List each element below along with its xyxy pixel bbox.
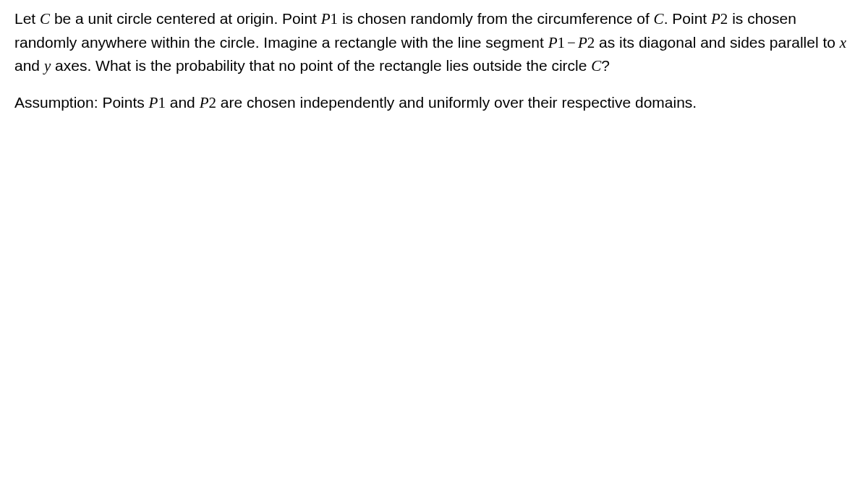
- variable-y: y: [44, 57, 51, 74]
- number-1: 1: [558, 34, 566, 51]
- variable-p: P: [578, 34, 587, 51]
- variable-c: C: [591, 57, 601, 74]
- variable-c: C: [654, 10, 664, 27]
- variable-x: x: [840, 34, 846, 51]
- text-run: Assumption: Points: [14, 94, 149, 111]
- text-run: Let: [14, 10, 40, 27]
- text-run: and: [14, 57, 44, 74]
- assumption-paragraph: Assumption: Points P1 and P2 are chosen …: [14, 91, 854, 115]
- text-run: ?: [601, 57, 610, 74]
- variable-p: P: [711, 10, 720, 27]
- number-1: 1: [331, 10, 339, 27]
- variable-p: P: [321, 10, 331, 27]
- variable-p: P: [149, 94, 158, 111]
- problem-paragraph-1: Let C be a unit circle centered at origi…: [14, 7, 854, 78]
- text-run: as its diagonal and sides parallel to: [595, 34, 840, 51]
- number-1: 1: [158, 94, 166, 111]
- text-run: . Point: [664, 10, 711, 27]
- minus-operator: −: [565, 34, 578, 51]
- number-2: 2: [587, 34, 595, 51]
- text-run: be a unit circle centered at origin. Poi…: [50, 10, 321, 27]
- variable-p: P: [548, 34, 558, 51]
- text-run: are chosen independently and uniformly o…: [216, 94, 697, 111]
- text-run: and: [166, 94, 200, 111]
- text-run: axes. What is the probability that no po…: [51, 57, 591, 74]
- variable-c: C: [40, 10, 50, 27]
- variable-p: P: [200, 94, 209, 111]
- number-2: 2: [720, 10, 728, 27]
- text-run: is chosen randomly from the circumferenc…: [338, 10, 654, 27]
- number-2: 2: [208, 94, 216, 111]
